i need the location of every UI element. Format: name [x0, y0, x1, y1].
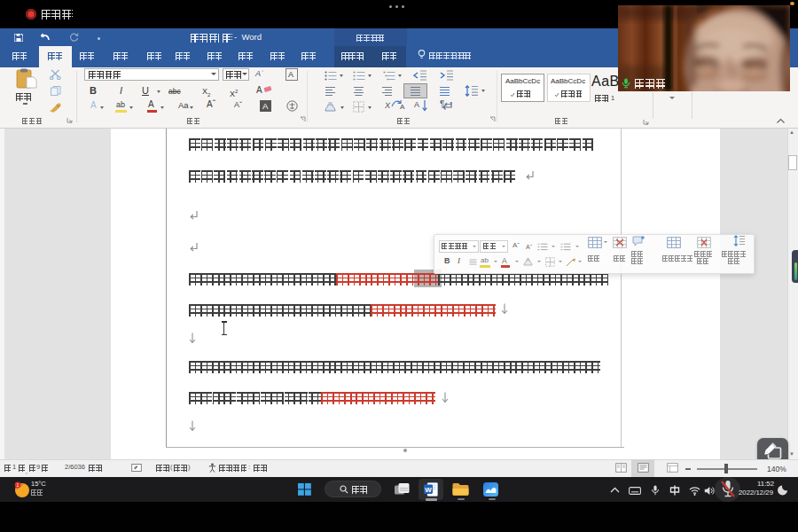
svg-text:W: W — [425, 486, 432, 494]
svg-text:1: 1 — [17, 482, 20, 488]
